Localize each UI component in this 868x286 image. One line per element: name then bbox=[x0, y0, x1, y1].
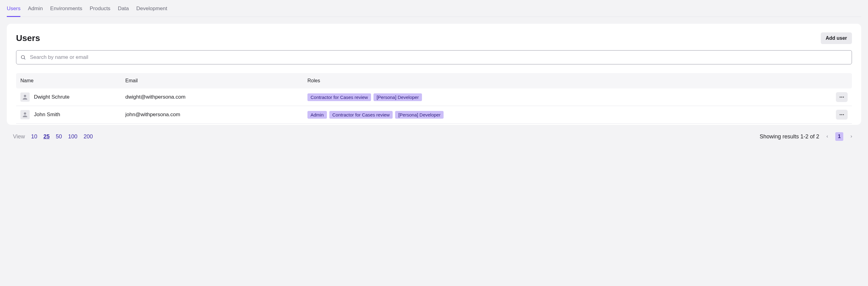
results-text: Showing results 1-2 of 2 bbox=[760, 134, 819, 140]
column-actions bbox=[829, 78, 848, 83]
users-table: Name Email Roles Dwight Schrutedwight@wi… bbox=[16, 73, 852, 123]
role-tag: [Persona] Developer bbox=[395, 111, 443, 119]
search-input[interactable] bbox=[16, 50, 852, 64]
page-size-option[interactable]: 100 bbox=[68, 134, 78, 140]
svg-point-3 bbox=[840, 97, 840, 98]
nav-tab-users[interactable]: Users bbox=[7, 4, 20, 17]
name-cell: John Smith bbox=[20, 110, 125, 119]
column-name: Name bbox=[20, 78, 125, 83]
svg-point-4 bbox=[841, 97, 842, 98]
svg-point-9 bbox=[843, 114, 844, 115]
user-email: dwight@withpersona.com bbox=[125, 94, 307, 100]
current-page[interactable]: 1 bbox=[835, 132, 843, 141]
column-email: Email bbox=[125, 78, 307, 83]
user-name: Dwight Schrute bbox=[34, 94, 69, 100]
page-size-option[interactable]: 200 bbox=[84, 134, 93, 140]
prev-page-button[interactable] bbox=[824, 133, 831, 140]
name-cell: Dwight Schrute bbox=[20, 93, 125, 102]
search-icon bbox=[20, 55, 26, 60]
svg-point-7 bbox=[840, 114, 840, 115]
card-header: Users Add user bbox=[16, 32, 852, 44]
role-tag: [Persona] Developer bbox=[373, 94, 422, 101]
top-nav: UsersAdminEnvironmentsProductsDataDevelo… bbox=[7, 0, 861, 17]
table-row: Dwight Schrutedwight@withpersona.comCont… bbox=[16, 88, 852, 106]
role-tag: Contractor for Cases review bbox=[329, 111, 393, 119]
page-size-options: View 102550100200 bbox=[13, 134, 93, 140]
svg-point-8 bbox=[841, 114, 842, 115]
footer: View 102550100200 Showing results 1-2 of… bbox=[7, 132, 861, 141]
page-size-option[interactable]: 10 bbox=[31, 134, 37, 140]
search-wrap bbox=[16, 50, 852, 64]
add-user-button[interactable]: Add user bbox=[821, 32, 852, 44]
nav-tab-products[interactable]: Products bbox=[90, 4, 111, 17]
row-actions-button[interactable] bbox=[836, 110, 848, 119]
actions-cell bbox=[829, 92, 848, 102]
page-size-option[interactable]: 50 bbox=[56, 134, 62, 140]
avatar bbox=[20, 93, 30, 102]
nav-tab-development[interactable]: Development bbox=[136, 4, 167, 17]
table-row: John Smithjohn@withpersona.comAdminContr… bbox=[16, 106, 852, 123]
avatar bbox=[20, 110, 30, 119]
svg-point-6 bbox=[24, 112, 26, 115]
svg-point-5 bbox=[843, 97, 844, 98]
row-actions-button[interactable] bbox=[836, 92, 848, 102]
user-email: john@withpersona.com bbox=[125, 112, 307, 118]
nav-tab-environments[interactable]: Environments bbox=[50, 4, 83, 17]
nav-tab-admin[interactable]: Admin bbox=[28, 4, 42, 17]
svg-line-1 bbox=[24, 58, 25, 60]
role-tag: Admin bbox=[307, 111, 327, 119]
page-title: Users bbox=[16, 33, 40, 43]
roles-cell: Contractor for Cases review[Persona] Dev… bbox=[307, 94, 829, 101]
user-name: John Smith bbox=[34, 112, 60, 118]
actions-cell bbox=[829, 110, 848, 119]
nav-tab-data[interactable]: Data bbox=[118, 4, 129, 17]
roles-cell: AdminContractor for Cases review[Persona… bbox=[307, 111, 829, 119]
table-header: Name Email Roles bbox=[16, 73, 852, 88]
next-page-button[interactable] bbox=[848, 133, 855, 140]
svg-point-0 bbox=[21, 56, 25, 59]
role-tag: Contractor for Cases review bbox=[307, 94, 371, 101]
users-card: Users Add user Name Email Roles Dwight S… bbox=[7, 24, 861, 125]
view-label: View bbox=[13, 134, 25, 140]
column-roles: Roles bbox=[307, 78, 829, 83]
svg-point-2 bbox=[24, 95, 26, 97]
pagination: Showing results 1-2 of 2 1 bbox=[760, 132, 855, 141]
page-size-option[interactable]: 25 bbox=[43, 134, 50, 140]
